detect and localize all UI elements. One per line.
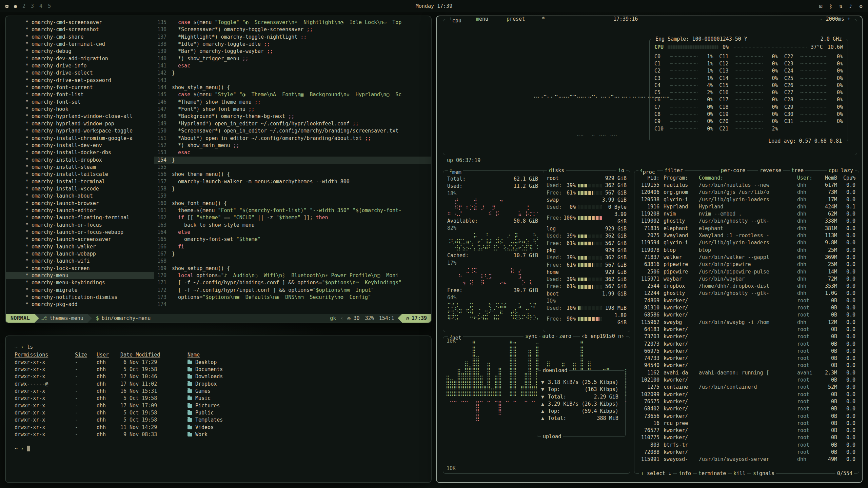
- file-item[interactable]: * omarchy-launch-or-focus: [6, 222, 154, 229]
- filter-button[interactable]: filter: [663, 167, 685, 174]
- process-row[interactable]: 1916HyprlandHyprlanddhh424M0.1: [638, 203, 855, 210]
- process-row[interactable]: 2075XwaylandXwayland :1 -rootless -dhh11…: [638, 232, 855, 239]
- file-item[interactable]: * omarchy-cmd-terminal-cwd: [6, 41, 154, 48]
- process-row[interactable]: 76577kworker/root0B0.0: [638, 427, 855, 434]
- process-row[interactable]: 71837walker/usr/bin/walker --gappldhh369…: [638, 254, 855, 261]
- file-item[interactable]: * omarchy-cmd-screenshot: [6, 26, 154, 33]
- preset-button[interactable]: preset: [505, 16, 527, 23]
- process-row[interactable]: 64183kworker/root0B0.0: [638, 326, 855, 333]
- process-row[interactable]: 74733kworker/root0B0.0: [638, 355, 855, 362]
- process-row[interactable]: 68586kworker/root0B0.0: [638, 311, 855, 319]
- process-row[interactable]: 1275containe/usr/bin/containerdroot52M0.…: [638, 384, 855, 391]
- process-row[interactable]: 16rcu_preeroot0B0.0: [638, 420, 855, 427]
- mem-panel-toggle[interactable]: 2mem: [448, 167, 463, 176]
- file-item[interactable]: * omarchy-install-dropbox: [6, 157, 154, 164]
- per-core-button[interactable]: per-core: [719, 167, 747, 174]
- process-row[interactable]: 119002ghostty/usr/bin/ghostty --gtk-dhh3…: [638, 218, 855, 225]
- share-icon[interactable]: ⊡: [819, 3, 823, 9]
- reverse-button[interactable]: reverse: [758, 167, 783, 174]
- workspace-1[interactable]: ●: [14, 3, 17, 9]
- file-item[interactable]: * omarchy-dev-add-migration: [6, 55, 154, 62]
- disks-title[interactable]: disks: [547, 167, 566, 174]
- file-item[interactable]: * omarchy-notification-dismiss: [6, 294, 154, 301]
- workspace-2[interactable]: 2: [22, 3, 25, 9]
- process-row[interactable]: 81310kworker/root0B0.0: [638, 304, 855, 311]
- power-icon[interactable]: ⚙: [859, 3, 863, 9]
- process-row[interactable]: 2544dropbox/home/dhh/.dropbox-distdhh353…: [638, 283, 855, 290]
- update-interval-control[interactable]: - 2000ms +: [818, 16, 852, 23]
- workspace-4[interactable]: 4: [39, 3, 42, 9]
- file-item[interactable]: * omarchy-launch-screensaver: [6, 236, 154, 243]
- file-item[interactable]: * omarchy-lock-screen: [6, 265, 154, 272]
- file-item[interactable]: * omarchy-install-docker-dbs: [6, 149, 154, 156]
- file-item[interactable]: * omarchy-hook: [6, 106, 154, 113]
- proc-sort-button[interactable]: cpu lazy: [827, 167, 855, 174]
- process-row[interactable]: 803btrfs-trroot0B0.0: [638, 442, 855, 449]
- file-item[interactable]: * omarchy-font-list: [6, 91, 154, 98]
- menu-button[interactable]: menu: [474, 16, 490, 23]
- neovim-window[interactable]: * omarchy-cmd-screensaver* omarchy-cmd-s…: [5, 16, 432, 323]
- process-row[interactable]: 115962swaybg/usr/bin/swaybg -i /homdhh12…: [638, 319, 855, 326]
- proc-select-button[interactable]: ↑ select ↓: [639, 470, 673, 477]
- volume-icon[interactable]: ♪: [849, 3, 853, 9]
- file-item[interactable]: * omarchy-launch-about: [6, 192, 154, 200]
- process-row[interactable]: 120538glycin-i/usr/lib/glycin-loadersdhh…: [638, 196, 855, 203]
- proc-terminate-button[interactable]: terminate: [697, 470, 728, 477]
- file-item[interactable]: * omarchy-launch-wifi: [6, 258, 154, 265]
- file-item[interactable]: * omarchy-install-chromium-google-a: [6, 135, 154, 142]
- process-row[interactable]: 63816pipewire/usr/bin/pipewiredhh25M0.0: [638, 261, 855, 268]
- bluetooth-icon[interactable]: ᛒ: [829, 3, 832, 9]
- process-table-header[interactable]: Pid:Program:Command:User:MemBCpu%: [638, 175, 855, 181]
- process-row[interactable]: 102100kworker/root0B0.0: [638, 377, 855, 384]
- process-row[interactable]: 119208nvimnvim --embed .dhh62M0.0: [638, 210, 855, 218]
- process-row[interactable]: 73656kworker/root0B0.0: [638, 413, 855, 420]
- file-item[interactable]: * omarchy-install-vscode: [6, 185, 154, 192]
- process-row[interactable]: 110775kworker/root0B0.0: [638, 434, 855, 441]
- process-row[interactable]: 119155nautilus/usr/bin/nautilus --newdhh…: [638, 182, 855, 189]
- proc-kill-button[interactable]: kill: [732, 470, 747, 477]
- process-row[interactable]: 73703kworker/root0B0.0: [638, 333, 855, 340]
- process-row[interactable]: 119078btopbtopdhh25M0.0: [638, 247, 855, 254]
- process-row[interactable]: 115971waybar/usr/bin/waybardhh72M0.0: [638, 276, 855, 283]
- process-row[interactable]: 76575kworker/root0B0.0: [638, 398, 855, 405]
- process-row[interactable]: 2506pipewire/usr/bin/pipewire-pulsedhh14…: [638, 268, 855, 276]
- file-item[interactable]: * omarchy-cmd-share: [6, 34, 154, 41]
- file-item[interactable]: * omarchy-font-current: [6, 84, 154, 91]
- file-item[interactable]: * omarchy-drive-set-password: [6, 77, 154, 84]
- process-row[interactable]: 94540kworker/root0B0.0: [638, 362, 855, 369]
- process-row[interactable]: 12244ghostty/usr/bin/ghostty --gtk-dhh1.…: [638, 290, 855, 297]
- workspace-5[interactable]: 5: [48, 3, 51, 9]
- proc-signals-button[interactable]: signals: [751, 470, 776, 477]
- process-row[interactable]: 71835elephantelephantdhh381M0.0: [638, 225, 855, 232]
- file-item[interactable]: * omarchy-launch-editor: [6, 207, 154, 214]
- file-item[interactable]: * omarchy-install-terminal: [6, 178, 154, 185]
- file-item[interactable]: * omarchy-drive-select: [6, 69, 154, 77]
- cpu-panel-toggle[interactable]: 1cpu: [448, 16, 463, 24]
- file-item[interactable]: * omarchy-launch-webapp: [6, 250, 154, 258]
- file-item[interactable]: * omarchy-launch-browser: [6, 200, 154, 207]
- process-row[interactable]: 120406org.gnom/usr/bin/gjs /usr/lib/odhh…: [638, 189, 855, 196]
- process-row[interactable]: 72073kworker/root0B0.0: [638, 341, 855, 348]
- process-row[interactable]: 68402kworker/root0B0.0: [638, 405, 855, 412]
- file-item[interactable]: * omarchy-debug: [6, 48, 154, 55]
- file-item[interactable]: * omarchy-hyprland-window-close-all: [6, 113, 154, 120]
- process-row[interactable]: 115991swayosd-/usr/bin/swayosd-serverdhh…: [638, 456, 855, 463]
- file-item[interactable]: * omarchy-launch-floating-terminal: [6, 214, 154, 221]
- file-item[interactable]: * omarchy-font-set: [6, 99, 154, 106]
- network-icon[interactable]: ⇅: [839, 3, 843, 9]
- workspace-3[interactable]: 3: [31, 3, 34, 9]
- file-item[interactable]: * omarchy-menu-keybindings: [6, 279, 154, 286]
- proc-info-button[interactable]: info: [677, 470, 693, 477]
- terminal-window[interactable]: ~ › ls PermissionsSizeUserDate ModifiedN…: [5, 336, 432, 483]
- file-item[interactable]: * omarchy-drive-info: [6, 62, 154, 69]
- file-item[interactable]: * omarchy-install-tailscale: [6, 171, 154, 178]
- file-item[interactable]: * omarchy-menu: [6, 272, 154, 279]
- process-row[interactable]: 72088kworker/root0B0.0: [638, 449, 855, 456]
- btop-window[interactable]: 1cpu menu preset * 17:39:16 - 2000ms + ⠐…: [436, 16, 863, 483]
- tree-button[interactable]: tree: [790, 167, 805, 174]
- file-item[interactable]: * omarchy-launch-or-focus-webapp: [6, 229, 154, 236]
- file-item[interactable]: * omarchy-hyprland-window-pop: [6, 120, 154, 127]
- omarchy-logo-icon[interactable]: [5, 5, 8, 8]
- io-toggle-button[interactable]: io: [616, 167, 626, 174]
- file-item[interactable]: * omarchy-cmd-screensaver: [6, 19, 154, 26]
